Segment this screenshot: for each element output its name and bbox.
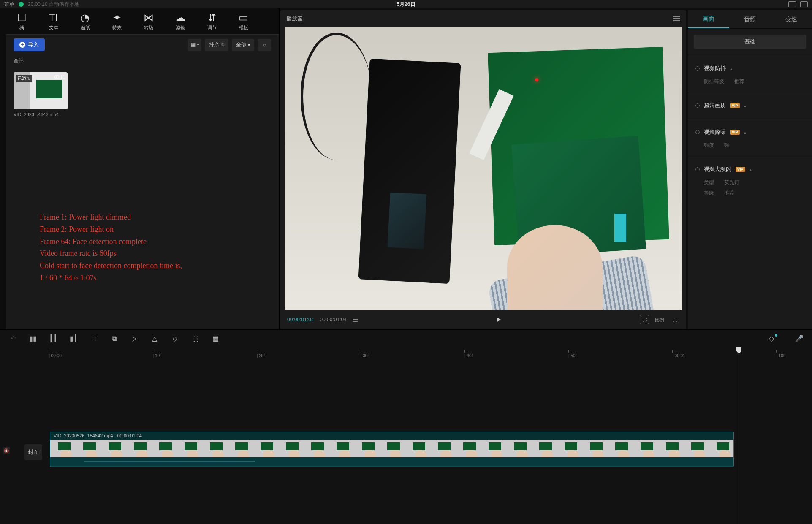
sort-button[interactable]: 排序 ⇅	[205, 39, 228, 51]
tool-label: 文本	[49, 24, 58, 31]
menu-label[interactable]: 菜单	[4, 1, 14, 8]
tl-tool-8[interactable]: ◇	[171, 334, 179, 342]
clip-thumb	[456, 440, 481, 457]
props-tabs: 画面音频变速	[688, 10, 812, 29]
tl-tool-3[interactable]: ▮┃	[69, 334, 78, 342]
tool-label: 模板	[239, 24, 248, 31]
video-clip[interactable]: VID_20230526_184642.mp4 00:00:01:04	[50, 432, 734, 467]
tool-0[interactable]: ☐频	[6, 9, 38, 34]
tl-tool-4[interactable]: ◻	[90, 334, 98, 342]
playhead[interactable]	[739, 347, 739, 524]
fullscreen-icon[interactable]: ⛶	[670, 315, 679, 324]
tl-tool-7[interactable]: △	[150, 334, 159, 342]
prop-label: 视频降噪	[704, 128, 726, 136]
props-tab-0[interactable]: 画面	[688, 10, 729, 28]
clip-audio-wave	[50, 457, 733, 466]
toggle-icon[interactable]	[695, 103, 700, 108]
filter-button[interactable]: 全部 ▾	[232, 39, 254, 51]
layout-icon-1[interactable]	[788, 1, 796, 7]
cover-button[interactable]: 封面	[24, 444, 42, 460]
collapse-icon[interactable]: ▴	[744, 130, 746, 135]
media-item[interactable]: 已添加00:11VID_2023...4642.mp4	[14, 72, 68, 117]
title-bar: 菜单 20:00:10 自动保存本地 5月26日	[0, 0, 812, 8]
thumb-image: 已添加00:11	[14, 72, 68, 109]
toggle-icon[interactable]	[695, 167, 700, 171]
tool-icon: ✦	[113, 12, 121, 24]
tool-4[interactable]: ⋈转场	[133, 9, 164, 34]
video-preview[interactable]	[285, 27, 682, 310]
thumb-name: VID_2023...4642.mp4	[14, 109, 68, 117]
subtab-basic[interactable]: 基础	[694, 35, 806, 49]
prop-sub: 类型荧光灯	[695, 176, 804, 186]
collapse-icon[interactable]: ▴	[730, 66, 732, 71]
tl-tool-6[interactable]: ▷	[130, 334, 139, 342]
tl-tool-r-0[interactable]: ◇	[767, 334, 776, 342]
ruler-tick: | 10f	[776, 353, 784, 358]
vip-badge: VIP	[730, 103, 740, 108]
mute-icon[interactable]: 🔇	[3, 447, 10, 454]
player-title: 播放器	[286, 15, 303, 22]
properties-panel: 画面音频变速 基础 视频防抖 ▴防抖等级推荐超清画质VIP ▴视频降噪VIP ▴…	[688, 10, 812, 329]
collapse-icon[interactable]: ▴	[750, 167, 752, 172]
tool-7[interactable]: ▭模板	[228, 9, 259, 34]
tl-tool-5[interactable]: ⧉	[110, 335, 118, 342]
tool-icon: ◔	[81, 12, 90, 24]
search-icon: ⌕	[263, 42, 266, 48]
play-button[interactable]	[497, 317, 501, 322]
ruler-tick: | 00:01	[672, 353, 685, 358]
toggle-icon[interactable]	[695, 66, 700, 71]
tool-1[interactable]: TI文本	[38, 9, 69, 34]
view-toggle[interactable]: ▦▾	[188, 39, 201, 51]
saved-check-icon	[19, 2, 24, 7]
clip-thumb	[202, 440, 228, 457]
tool-3[interactable]: ✦特效	[101, 9, 133, 34]
tool-label: 转场	[144, 24, 153, 31]
collapse-icon[interactable]: ▴	[744, 103, 746, 108]
prop-label: 视频防抖	[704, 65, 726, 72]
timeline-ruler[interactable]: | 00:00| 10f| 20f| 30f| 40f| 50f| 00:01|…	[0, 347, 812, 360]
time-current: 00:00:01:04	[287, 317, 314, 323]
player-panel: 播放器 00:00:01:04 00:	[280, 10, 686, 329]
tool-label: 频	[19, 24, 24, 31]
main-layout: ☐频TI文本◔贴纸✦特效⋈转场☁滤镜⇵调节▭模板 + 导入 ▦▾ 排序 ⇅ 全部…	[0, 8, 812, 329]
prop-sub: 强度强	[695, 138, 804, 149]
category-all[interactable]: 全部	[6, 55, 279, 67]
project-title: 5月26日	[396, 1, 415, 8]
clip-thumb	[481, 440, 506, 457]
player-menu-icon[interactable]	[673, 16, 680, 21]
props-tab-1[interactable]: 音频	[729, 10, 771, 28]
clip-thumb	[152, 440, 177, 457]
import-button[interactable]: + 导入	[14, 38, 45, 51]
player-header: 播放器	[280, 10, 686, 27]
list-icon[interactable]	[353, 318, 358, 322]
clip-thumb	[405, 440, 430, 457]
tl-tool-r-1[interactable]: 🎤	[795, 334, 804, 342]
tl-tool-0[interactable]: ↶	[8, 334, 17, 342]
ruler-tick: | 10f	[153, 353, 161, 358]
tl-tool-1[interactable]: ▮▮	[29, 334, 37, 342]
tool-icon: ▭	[239, 12, 248, 24]
clip-thumb	[101, 440, 126, 457]
timeline: ↶▮▮┃┃▮┃◻⧉▷△◇⬚▦ ◇🎤 | 00:00| 10f| 20f| 30f…	[0, 329, 812, 524]
tool-5[interactable]: ☁滤镜	[164, 9, 196, 34]
duration-badge: 00:11	[54, 75, 65, 79]
tool-6[interactable]: ⇵调节	[196, 9, 228, 34]
layout-icon-2[interactable]	[800, 1, 808, 7]
prop-section-2: 视频降噪VIP ▴强度强	[688, 119, 812, 156]
scan-icon[interactable]: ⛶	[640, 315, 649, 324]
toggle-icon[interactable]	[695, 130, 700, 134]
tl-tool-9[interactable]: ⬚	[191, 334, 199, 342]
media-thumbs: 已添加00:11VID_2023...4642.mp4	[6, 67, 279, 122]
tl-tool-2[interactable]: ┃┃	[49, 334, 57, 342]
clip-thumb	[76, 440, 101, 457]
tool-2[interactable]: ◔贴纸	[69, 9, 101, 34]
grid-icon: ▦	[191, 42, 196, 48]
ratio-button[interactable]: 比例	[655, 315, 664, 324]
search-button[interactable]: ⌕	[258, 39, 271, 51]
props-tab-2[interactable]: 变速	[771, 10, 812, 28]
clip-thumb	[430, 440, 456, 457]
timeline-tracks[interactable]: 🔇 封面 VID_20230526_184642.mp4 00:00:01:04	[0, 360, 812, 524]
tl-tool-10[interactable]: ▦	[211, 334, 220, 342]
left-rail	[0, 8, 6, 329]
tool-icon: ☐	[17, 12, 27, 24]
